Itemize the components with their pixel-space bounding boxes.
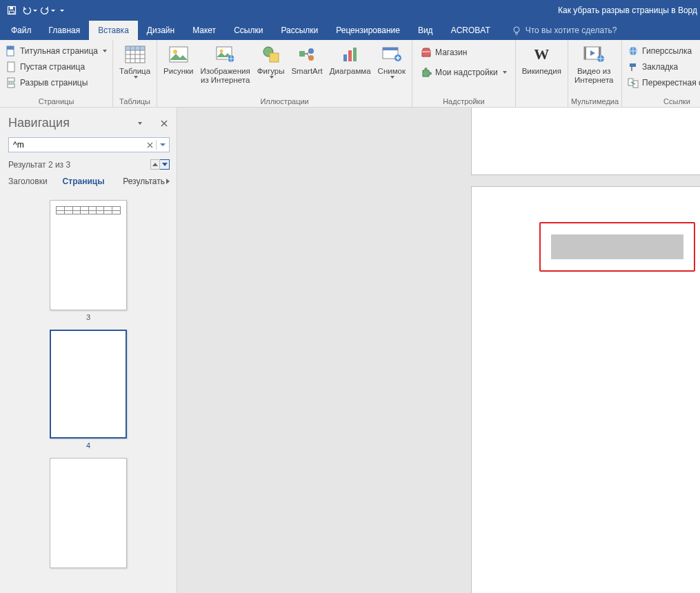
svg-rect-29 (584, 47, 586, 59)
ribbon-group-wikipedia: W Википедия (516, 40, 568, 107)
svg-point-14 (219, 50, 223, 53)
page-thumbnail[interactable] (50, 458, 127, 568)
blank-page-icon (6, 61, 17, 72)
group-label-links: Ссылки (625, 97, 700, 107)
tell-me-placeholder: Что вы хотите сделать? (526, 26, 617, 35)
group-label-tables: Таблицы (116, 97, 154, 107)
redo-button[interactable] (39, 2, 57, 19)
my-addins-label: Мои надстройки (435, 68, 498, 77)
lightbulb-icon (512, 26, 521, 35)
navigation-pane: Навигация Результат 2 из 3 (0, 108, 177, 593)
undo-button[interactable] (21, 2, 39, 19)
nav-tab-headings[interactable]: Заголовки (8, 177, 48, 186)
tab-view[interactable]: Вид (409, 21, 442, 40)
svg-rect-6 (8, 62, 14, 72)
nav-tab-results-label: Результать (123, 177, 165, 186)
svg-rect-1 (10, 7, 13, 10)
cross-reference-button[interactable]: Перекрестная ссылка (625, 75, 700, 90)
save-button[interactable] (3, 2, 21, 19)
group-label-media: Мультимедиа (571, 97, 619, 107)
tab-acrobat[interactable]: ACROBAT (442, 21, 499, 40)
smartart-button[interactable]: SmartArt (288, 42, 326, 76)
triangle-right-icon (166, 179, 170, 184)
cross-reference-label: Перекрестная ссылка (642, 78, 700, 88)
page-break-icon (6, 77, 17, 88)
hyperlink-icon (628, 46, 639, 57)
wikipedia-label: Википедия (522, 67, 561, 76)
search-clear-button[interactable] (143, 138, 156, 152)
cover-page-icon (6, 46, 17, 57)
pane-close-button[interactable] (159, 118, 170, 129)
svg-rect-25 (383, 48, 398, 50)
nav-tab-pages[interactable]: Страницы (63, 177, 105, 186)
dropdown-caret-icon (134, 76, 138, 79)
tab-file[interactable]: Файл (3, 21, 40, 40)
tell-me-search[interactable]: Что вы хотите сделать? (512, 21, 617, 40)
blank-page-button[interactable]: Пустая страница (3, 59, 110, 74)
page-thumbnails: 3 4 (0, 186, 177, 593)
nav-tab-results[interactable]: Результать (123, 177, 170, 186)
chart-label: Диаграмма (330, 67, 371, 76)
screenshot-button[interactable]: Снимок (374, 42, 409, 79)
table-button[interactable]: Таблица (116, 42, 154, 79)
smartart-label: SmartArt (291, 67, 322, 76)
tab-layout[interactable]: Макет (183, 21, 225, 40)
svg-rect-17 (270, 53, 279, 62)
svg-rect-10 (126, 46, 145, 50)
store-label: Магазин (435, 48, 467, 57)
chart-button[interactable]: Диаграмма (326, 42, 374, 76)
wikipedia-button[interactable]: W Википедия (519, 42, 565, 76)
cover-page-label: Титульная страница (20, 46, 98, 56)
page-break-button[interactable]: Разрыв страницы (3, 75, 110, 90)
tab-mailings[interactable]: Рассылки (272, 21, 327, 40)
title-bar: Как убрать разрыв страницы в Ворд (0, 0, 700, 21)
svg-rect-27 (422, 51, 430, 52)
tab-home[interactable]: Главная (40, 21, 90, 40)
previous-page-edge (471, 108, 700, 175)
page-thumbnail[interactable] (50, 200, 127, 310)
pane-menu-button[interactable] (134, 118, 145, 129)
ribbon-tabs: Файл Главная Вставка Дизайн Макет Ссылки… (0, 21, 700, 40)
thumbnail-page-number: 4 (86, 441, 90, 450)
hyperlink-button[interactable]: Гиперссылка (625, 43, 700, 58)
svg-point-12 (173, 50, 177, 54)
shapes-button[interactable]: Фигуры (254, 42, 288, 79)
bookmark-icon (628, 61, 639, 72)
tab-review[interactable]: Рецензирование (327, 21, 409, 40)
tab-references[interactable]: Ссылки (225, 21, 272, 40)
shapes-label: Фигуры (257, 67, 285, 76)
tab-insert[interactable]: Вставка (89, 21, 138, 40)
bookmark-button[interactable]: Закладка (625, 59, 700, 74)
screenshot-label: Снимок (378, 67, 406, 76)
store-button[interactable]: Магазин (418, 45, 510, 59)
ribbon: Титульная страница Пустая страница Разры… (0, 40, 700, 108)
tab-design[interactable]: Дизайн (138, 21, 183, 40)
screenshot-icon (381, 43, 403, 66)
search-options-button[interactable] (157, 138, 169, 152)
bookmark-label: Закладка (642, 62, 678, 72)
result-nav-buttons (150, 159, 170, 170)
qat-customize-button[interactable] (57, 2, 66, 19)
table-icon (124, 43, 146, 66)
dropdown-caret-icon (160, 143, 166, 146)
page-thumbnail[interactable] (50, 330, 127, 439)
my-addins-button[interactable]: Мои надстройки (418, 65, 510, 79)
quick-access-toolbar (3, 2, 66, 19)
chart-icon (339, 43, 361, 66)
pictures-icon (168, 43, 190, 66)
cover-page-button[interactable]: Титульная страница (3, 43, 110, 58)
workspace: Навигация Результат 2 из 3 (0, 108, 700, 593)
prev-result-button[interactable] (150, 159, 160, 170)
group-label-illustrations: Иллюстрации (160, 97, 409, 107)
online-video-button[interactable]: Видео из Интернета (571, 42, 617, 85)
online-pictures-button[interactable]: Изображения из Интернета (197, 42, 253, 85)
dropdown-caret-icon (138, 122, 142, 125)
smartart-icon (296, 43, 318, 66)
thumbnail-table-preview (56, 206, 121, 214)
pictures-button[interactable]: Рисунки (160, 42, 197, 76)
document-area[interactable] (177, 108, 700, 593)
addins-icon (421, 67, 432, 78)
table-label: Таблица (119, 67, 150, 76)
dropdown-caret-icon (390, 76, 394, 79)
next-result-button[interactable] (160, 159, 170, 170)
